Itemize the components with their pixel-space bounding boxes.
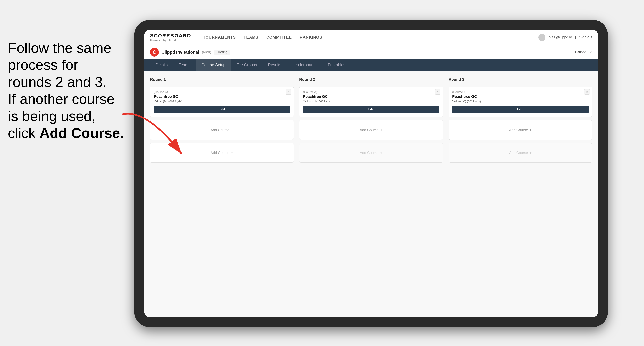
course-details-r2: Yellow (M) (6629 yds) — [303, 100, 439, 103]
hosting-badge: Hosting — [214, 50, 230, 55]
user-avatar — [538, 34, 546, 41]
course-label-r3: (Course A) — [452, 90, 588, 94]
add-course-r3-1[interactable]: Add Course + — [448, 120, 592, 140]
tab-tee-groups[interactable]: Tee Groups — [231, 59, 262, 71]
course-details-r1: Yellow (M) (6629 yds) — [154, 100, 290, 103]
delete-course-r2[interactable]: × — [435, 89, 440, 95]
course-name-r1: Peachtree GC — [154, 94, 290, 99]
bold-text: Add Course. — [40, 125, 124, 141]
add-course-r1-1[interactable]: Add Course + — [150, 120, 294, 140]
plus-icon: + — [231, 151, 233, 155]
plus-icon: + — [380, 151, 382, 155]
scoreboard-logo: SCOREBOARD Powered by clippd — [150, 33, 191, 42]
delete-course-r1[interactable]: × — [286, 89, 291, 95]
rounds-grid: Round 1 × (Course A) Peachtree GC Yellow… — [150, 77, 592, 163]
main-navigation: TOURNAMENTS TEAMS COMMITTEE RANKINGS — [203, 35, 538, 40]
course-card-r3: × (Course A) Peachtree GC Yellow (M) (66… — [448, 87, 592, 117]
sub-header: C Clippd Invitational (Men) Hosting Canc… — [144, 45, 598, 59]
tab-course-setup[interactable]: Course Setup — [196, 59, 231, 71]
plus-icon: + — [530, 128, 532, 132]
round-3-column: Round 3 × (Course A) Peachtree GC Yellow… — [448, 77, 592, 163]
tournament-info: C Clippd Invitational (Men) Hosting — [150, 48, 230, 57]
tab-details[interactable]: Details — [150, 59, 173, 71]
delete-course-r3[interactable]: × — [584, 89, 590, 95]
tournament-gender: (Men) — [202, 50, 211, 54]
round-1-title: Round 1 — [150, 77, 294, 82]
nav-committee[interactable]: COMMITTEE — [266, 35, 292, 40]
main-content: Round 1 × (Course A) Peachtree GC Yellow… — [144, 71, 598, 317]
instruction-text: Follow the same process for rounds 2 and… — [8, 40, 124, 141]
add-course-r2-2: Add Course + — [299, 143, 443, 163]
course-details-r3: Yellow (M) (6629 yds) — [452, 100, 588, 103]
add-course-r3-2: Add Course + — [448, 143, 592, 163]
nav-rankings[interactable]: RANKINGS — [300, 35, 322, 40]
sign-out-link[interactable]: Sign out — [579, 35, 592, 39]
tab-results[interactable]: Results — [262, 59, 287, 71]
nav-tournaments[interactable]: TOURNAMENTS — [203, 35, 236, 40]
edit-course-r2-btn[interactable]: Edit — [303, 106, 439, 113]
delete-icon: × — [586, 90, 588, 93]
tournament-name: Clippd Invitational — [162, 50, 199, 55]
tab-leaderboards[interactable]: Leaderboards — [287, 59, 322, 71]
course-card-r1: × (Course A) Peachtree GC Yellow (M) (66… — [150, 87, 294, 117]
user-area: blair@clippd.io | Sign out — [538, 34, 592, 41]
add-course-r1-2[interactable]: Add Course + — [150, 143, 294, 163]
tablet-device: SCOREBOARD Powered by clippd TOURNAMENTS… — [134, 20, 608, 327]
delete-icon: × — [288, 90, 289, 93]
course-name-r2: Peachtree GC — [303, 94, 439, 99]
plus-icon: + — [530, 151, 532, 155]
round-2-column: Round 2 × (Course A) Peachtree GC Yellow… — [299, 77, 443, 163]
clippd-logo: C — [150, 48, 159, 57]
delete-icon: × — [437, 90, 438, 93]
logo-sub: Powered by clippd — [150, 39, 191, 42]
round-2-title: Round 2 — [299, 77, 443, 82]
edit-course-r1-btn[interactable]: Edit — [154, 106, 290, 113]
instruction-panel: Follow the same process for rounds 2 and… — [0, 31, 134, 150]
nav-teams[interactable]: TEAMS — [244, 35, 258, 40]
tab-teams[interactable]: Teams — [173, 59, 196, 71]
user-email: blair@clippd.io — [549, 35, 572, 39]
tab-bar: Details Teams Course Setup Tee Groups Re… — [144, 59, 598, 71]
round-1-column: Round 1 × (Course A) Peachtree GC Yellow… — [150, 77, 294, 163]
cancel-button[interactable]: Cancel ✕ — [575, 50, 592, 55]
round-3-title: Round 3 — [448, 77, 592, 82]
top-navigation: SCOREBOARD Powered by clippd TOURNAMENTS… — [144, 29, 598, 45]
plus-icon: + — [231, 128, 233, 132]
close-icon: ✕ — [589, 50, 592, 55]
nav-separator: | — [575, 35, 576, 39]
tablet-screen: SCOREBOARD Powered by clippd TOURNAMENTS… — [144, 29, 598, 317]
logo-main: SCOREBOARD — [150, 33, 191, 39]
course-card-r2: × (Course A) Peachtree GC Yellow (M) (66… — [299, 87, 443, 117]
add-course-r2-1[interactable]: Add Course + — [299, 120, 443, 140]
tab-printables[interactable]: Printables — [322, 59, 351, 71]
edit-course-r3-btn[interactable]: Edit — [452, 106, 588, 113]
course-name-r3: Peachtree GC — [452, 94, 588, 99]
plus-icon: + — [380, 128, 382, 132]
course-label-r1: (Course A) — [154, 90, 290, 94]
course-label-r2: (Course A) — [303, 90, 439, 94]
